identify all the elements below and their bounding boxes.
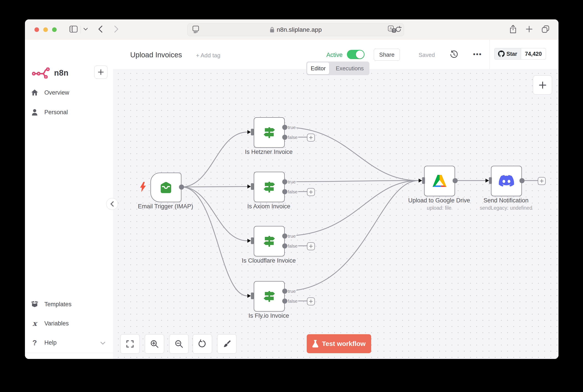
signpost-icon (262, 289, 276, 304)
node-is-hetzner-invoice[interactable] (254, 117, 285, 148)
test-workflow-button[interactable]: Test workflow (307, 334, 371, 353)
node-label: Email Trigger (IMAP) (138, 203, 193, 210)
active-toggle[interactable] (347, 50, 365, 59)
output-port[interactable] (179, 184, 184, 190)
tab-overview-icon[interactable] (541, 25, 550, 34)
output-port-false[interactable] (282, 298, 287, 304)
output-port-true[interactable] (282, 288, 287, 294)
output-port-false[interactable] (282, 244, 287, 248)
port-label-true: true (287, 180, 296, 184)
share-page-icon[interactable] (509, 25, 517, 34)
add-node-button[interactable] (538, 177, 546, 185)
share-button[interactable]: Share (374, 49, 400, 61)
zoom-window-button[interactable] (52, 27, 57, 32)
sidebar-item-templates[interactable]: Templates (31, 297, 106, 311)
browser-window: n8n.sliplane.app A (25, 20, 558, 359)
new-tab-icon[interactable] (525, 25, 533, 34)
chevron-down-icon[interactable] (83, 28, 88, 32)
zoom-in-icon (150, 340, 159, 348)
plus-icon (309, 190, 313, 194)
add-node-button[interactable] (307, 242, 315, 250)
github-star-widget[interactable]: Star 74,420 (494, 48, 546, 60)
n8n-logo[interactable]: n8n (32, 66, 69, 79)
sidebar-toggle-icon[interactable] (69, 26, 78, 34)
star-count[interactable]: 74,420 (521, 48, 546, 60)
plus-icon (309, 136, 313, 139)
github-icon (498, 50, 505, 57)
new-workflow-button[interactable] (94, 66, 107, 79)
github-star-button[interactable]: Star (494, 48, 521, 60)
header-separator (489, 40, 490, 69)
workflow-canvas[interactable] (113, 69, 558, 359)
node-upload-google-drive[interactable] (424, 166, 455, 196)
active-label: Active (326, 52, 343, 58)
address-bar[interactable]: n8n.sliplane.app A (187, 23, 404, 36)
node-is-flyio-invoice[interactable] (254, 281, 285, 312)
tab-editor-label: Editor (311, 65, 326, 72)
tab-executions[interactable]: Executions (331, 62, 369, 75)
sidebar-item-overview[interactable]: Overview (31, 86, 106, 100)
zoom-in-button[interactable] (145, 334, 164, 354)
zoom-to-fit-button[interactable] (120, 334, 140, 354)
output-port-false[interactable] (282, 135, 287, 140)
input-port (251, 183, 254, 190)
node-label: Upload to Google Drive (408, 197, 470, 204)
lightning-bolt-icon (140, 182, 146, 193)
port-label-true: true (287, 234, 296, 238)
add-node-canvas-button[interactable] (533, 76, 552, 94)
output-port[interactable] (519, 178, 524, 183)
tab-editor[interactable]: Editor (307, 62, 329, 74)
node-email-trigger[interactable] (150, 173, 181, 202)
share-label: Share (379, 51, 394, 58)
sidebar-item-label: Personal (44, 109, 68, 116)
port-label-false: false (287, 135, 298, 140)
input-port (489, 177, 492, 184)
collapse-sidebar-chevron[interactable] (106, 198, 118, 210)
node-label: Is Hetzner Invoice (245, 148, 293, 156)
node-send-notification[interactable] (491, 166, 522, 196)
workflow-title[interactable]: Upload Invoices (130, 51, 182, 59)
sidebar-item-help[interactable]: ? Help (31, 336, 106, 350)
sidebar-item-personal[interactable]: Personal (31, 105, 106, 119)
sidebar-item-variables[interactable]: x Variables (31, 316, 106, 330)
forward-button[interactable] (114, 25, 119, 34)
node-label: Is Fly.io Invoice (248, 312, 289, 319)
output-port[interactable] (453, 178, 458, 183)
refresh-icon[interactable] (395, 26, 402, 34)
output-port-true[interactable] (282, 234, 287, 238)
node-is-cloudflare-invoice[interactable] (254, 226, 285, 256)
port-label-true: true (287, 125, 296, 130)
titlebar-separator (81, 26, 81, 34)
history-icon[interactable] (449, 50, 459, 60)
url-text[interactable]: n8n.sliplane.app (277, 26, 322, 33)
undo-icon (198, 340, 207, 348)
port-label-false: false (287, 190, 298, 194)
discord-icon (498, 175, 515, 187)
add-node-button[interactable] (307, 188, 315, 196)
add-node-button[interactable] (307, 298, 315, 305)
output-port-true[interactable] (282, 125, 287, 130)
variables-x-icon: x (31, 320, 38, 327)
plus-icon (309, 300, 313, 303)
undo-button[interactable] (193, 334, 212, 354)
output-port-true[interactable] (282, 179, 287, 184)
saved-status: Saved (419, 52, 435, 58)
input-port (251, 238, 254, 244)
zoom-out-button[interactable] (169, 334, 189, 354)
node-is-axiom-invoice[interactable] (254, 172, 285, 202)
sidebar-divider (25, 353, 113, 353)
close-window-button[interactable] (35, 27, 39, 32)
workflow-menu-dots[interactable]: ••• (471, 48, 484, 60)
question-mark-icon: ? (31, 339, 38, 346)
tidy-up-button[interactable] (217, 334, 236, 354)
signpost-icon (262, 180, 276, 194)
editor-executions-tabs: Editor Executions (306, 62, 369, 75)
add-tag-button[interactable]: + Add tag (196, 52, 220, 59)
add-node-button[interactable] (307, 134, 315, 142)
node-label: Send Notification (483, 197, 528, 204)
zoom-out-icon (175, 340, 183, 348)
minimize-window-button[interactable] (43, 27, 48, 32)
node-label: Is Cloudflare Invoice (242, 257, 296, 264)
back-button[interactable] (98, 25, 103, 34)
output-port-false[interactable] (282, 189, 287, 194)
